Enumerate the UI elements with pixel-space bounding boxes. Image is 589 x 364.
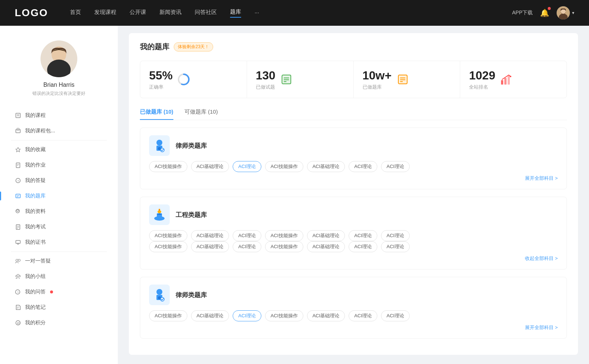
- svg-point-64: [156, 289, 162, 295]
- oneone-icon: [15, 258, 21, 264]
- tag-1-13[interactable]: ACI理论: [381, 241, 410, 252]
- tag-1-3[interactable]: ACI技能操作: [265, 230, 303, 241]
- sidebar-label-qa: 我的答疑: [25, 177, 46, 184]
- tag-1-8[interactable]: ACI基础理论: [191, 241, 229, 252]
- tab-done-banks[interactable]: 已做题库 (10): [140, 108, 173, 120]
- accuracy-chart-icon: [177, 73, 190, 86]
- bank-card-2-expand[interactable]: 展开全部科目 >: [149, 324, 558, 331]
- trial-badge: 体验剩余23天！: [174, 42, 213, 51]
- app-download-link[interactable]: APP下载: [512, 10, 533, 16]
- svg-rect-52: [501, 80, 503, 85]
- tag-2-3[interactable]: ACI技能操作: [265, 310, 303, 321]
- svg-rect-10: [16, 129, 20, 133]
- tag-0-1[interactable]: ACI基础理论: [191, 161, 229, 172]
- nav-more[interactable]: ···: [254, 9, 259, 17]
- sidebar-item-favorite[interactable]: 我的收藏: [0, 142, 118, 157]
- svg-rect-54: [508, 76, 510, 85]
- sidebar-label-oneone: 一对一答疑: [25, 258, 51, 264]
- nav-open-course[interactable]: 公开课: [130, 9, 146, 17]
- tag-1-0[interactable]: ACI技能操作: [149, 230, 187, 241]
- tag-1-1[interactable]: ACI基础理论: [191, 230, 229, 241]
- bank-card-2: 律师类题库 ACI技能操作 ACI基础理论 ACI理论 ACI技能操作 ACI基…: [140, 277, 567, 339]
- logo: LOGO: [15, 7, 48, 19]
- sidebar-item-qa[interactable]: ? 我的答疑: [0, 173, 118, 188]
- sidebar-item-oneone[interactable]: 一对一答疑: [0, 253, 118, 269]
- sidebar-label-group: 我的小组: [25, 273, 46, 280]
- bank-card-2-tags: ACI技能操作 ACI基础理论 ACI理论 ACI技能操作 ACI基础理论 AC…: [149, 310, 558, 321]
- profile-avatar: [40, 40, 77, 77]
- tag-0-6[interactable]: ACI理论: [381, 161, 410, 172]
- tag-0-5[interactable]: ACI理论: [349, 161, 377, 172]
- tag-1-12[interactable]: ACI理论: [349, 241, 377, 252]
- bank-card-0-tags: ACI技能操作 ACI基础理论 ACI理论 ACI技能操作 ACI基础理论 AC…: [149, 161, 558, 172]
- bank-card-0-title: 律师类题库: [176, 142, 207, 150]
- tag-1-6[interactable]: ACI理论: [381, 230, 410, 241]
- nav-home[interactable]: 首页: [70, 9, 81, 17]
- homework-icon: [15, 162, 21, 168]
- tag-1-7[interactable]: ACI技能操作: [149, 241, 187, 252]
- tag-2-4[interactable]: ACI基础理论: [307, 310, 345, 321]
- svg-point-28: [17, 243, 19, 245]
- tag-1-2[interactable]: ACI理论: [233, 230, 261, 241]
- sidebar-item-exam[interactable]: 我的考试: [0, 219, 118, 235]
- tag-1-5[interactable]: ACI理论: [349, 230, 377, 241]
- svg-text:?: ?: [17, 291, 19, 294]
- tag-0-4[interactable]: ACI基础理论: [307, 161, 345, 172]
- nav-news[interactable]: 新闻资讯: [159, 9, 181, 17]
- tag-2-5[interactable]: ACI理论: [349, 310, 377, 321]
- stat-done-banks-value: 10w+: [363, 68, 392, 82]
- bank-card-0: 律师类题库 ACI技能操作 ACI基础理论 ACI理论 ACI技能操作 ACI基…: [140, 128, 567, 189]
- tag-2-6[interactable]: ACI理论: [381, 310, 410, 321]
- material-icon: [15, 208, 21, 215]
- chevron-down-icon: ▾: [572, 10, 574, 15]
- stat-rank-label: 全站排名: [469, 84, 495, 90]
- nav-links: 首页 发现课程 公开课 新闻资讯 问答社区 题库 ···: [70, 8, 497, 18]
- tag-0-2[interactable]: ACI理论: [233, 161, 261, 172]
- tag-0-3[interactable]: ACI技能操作: [265, 161, 303, 172]
- svg-text:积: 积: [17, 322, 20, 325]
- bank-card-0-icon: [149, 135, 170, 156]
- tag-1-10[interactable]: ACI技能操作: [265, 241, 303, 252]
- tag-1-9[interactable]: ACI理论: [233, 241, 261, 252]
- tag-1-4[interactable]: ACI基础理论: [307, 230, 345, 241]
- tab-available-banks[interactable]: 可做题库 (10): [184, 108, 218, 120]
- bank-card-0-header: 律师类题库: [149, 135, 558, 156]
- sidebar-label-bank: 我的题库: [25, 193, 46, 199]
- tag-2-2[interactable]: ACI理论: [233, 310, 261, 321]
- sidebar-label-question: 我的问答: [25, 289, 46, 295]
- sidebar-item-package[interactable]: 我的课程包...: [0, 123, 118, 139]
- cert-icon: [15, 239, 21, 246]
- nav-qa[interactable]: 问答社区: [195, 9, 217, 17]
- stat-done-questions-text: 130 已做试题: [256, 68, 275, 90]
- tag-1-11[interactable]: ACI基础理论: [307, 241, 345, 252]
- bank-icon: [15, 193, 21, 199]
- tabs-row: 已做题库 (10) 可做题库 (10): [140, 108, 567, 120]
- sidebar-item-question[interactable]: ? 我的问答: [0, 284, 118, 300]
- stat-done-banks-text: 10w+ 已做题库: [363, 68, 392, 90]
- main-content: 我的题库 体验剩余23天！ 55% 正确率: [118, 26, 589, 364]
- sidebar-label-note: 我的笔记: [25, 304, 46, 311]
- svg-point-32: [15, 275, 17, 277]
- sidebar-item-group[interactable]: 我的小组: [0, 269, 118, 284]
- bank-card-1: 工程类题库 ACI技能操作 ACI基础理论 ACI理论 ACI技能操作 ACI基…: [140, 197, 567, 270]
- sidebar-item-note[interactable]: 我的笔记: [0, 300, 118, 315]
- sidebar-item-cert[interactable]: 我的证书: [0, 235, 118, 250]
- sidebar-item-course[interactable]: 我的课程: [0, 108, 118, 123]
- sidebar-label-homework: 我的作业: [25, 162, 46, 168]
- notification-bell[interactable]: 🔔: [540, 8, 549, 17]
- sidebar-item-bank[interactable]: 我的题库: [0, 188, 118, 204]
- sidebar-item-material[interactable]: 我的资料: [0, 204, 118, 219]
- svg-point-56: [156, 140, 162, 146]
- nav-bank[interactable]: 题库: [230, 8, 241, 18]
- tag-2-1[interactable]: ACI基础理论: [191, 310, 229, 321]
- sidebar: Brian Harris 错误的决定比没有决定要好 我的课程: [0, 26, 118, 364]
- nav-discover[interactable]: 发现课程: [94, 9, 116, 17]
- sidebar-item-points[interactable]: 积 我的积分: [0, 315, 118, 331]
- user-avatar-menu[interactable]: ▾: [557, 6, 574, 19]
- tag-0-0[interactable]: ACI技能操作: [149, 161, 187, 172]
- tag-2-0[interactable]: ACI技能操作: [149, 310, 187, 321]
- bank-card-1-tags-row1: ACI技能操作 ACI基础理论 ACI理论 ACI技能操作 ACI基础理论 AC…: [149, 230, 558, 241]
- sidebar-item-homework[interactable]: 我的作业: [0, 157, 118, 173]
- bank-card-1-expand[interactable]: 收起全部科目 >: [149, 255, 558, 262]
- bank-card-0-expand[interactable]: 展开全部科目 >: [149, 175, 558, 182]
